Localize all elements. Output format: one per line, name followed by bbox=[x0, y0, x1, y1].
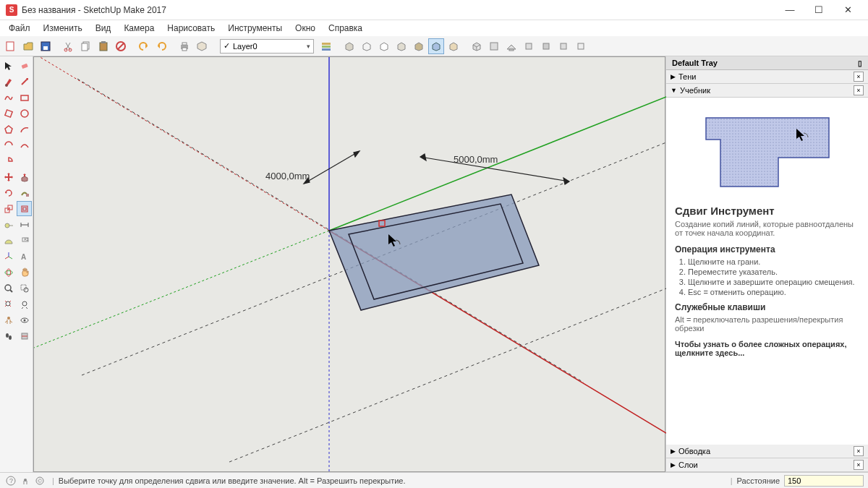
eraser-tool[interactable] bbox=[17, 58, 32, 73]
menu-file[interactable]: Файл bbox=[3, 22, 36, 35]
3dtext-tool[interactable]: A bbox=[17, 249, 32, 264]
geolocation-icon[interactable] bbox=[19, 474, 32, 487]
close-button[interactable]: ✕ bbox=[833, 1, 862, 20]
style-shaded-button[interactable] bbox=[341, 38, 357, 54]
style-wire-button[interactable] bbox=[359, 38, 375, 54]
help-icon[interactable]: ? bbox=[4, 474, 17, 487]
protractor-tool[interactable] bbox=[1, 233, 16, 248]
menu-edit[interactable]: Изменить bbox=[38, 22, 88, 35]
rotate-tool[interactable] bbox=[1, 185, 16, 200]
undo-button[interactable] bbox=[136, 38, 152, 54]
paint-tool[interactable] bbox=[1, 74, 16, 89]
scale-tool[interactable] bbox=[1, 201, 16, 216]
freehand-tool[interactable] bbox=[1, 90, 16, 105]
panel-close-button[interactable]: × bbox=[854, 460, 864, 470]
arc-tool[interactable] bbox=[17, 121, 32, 137]
axes-tool[interactable] bbox=[1, 249, 16, 264]
svg-line-43 bbox=[9, 257, 12, 259]
chevron-down-icon: ▼ bbox=[671, 87, 677, 94]
menu-camera[interactable]: Камера bbox=[118, 22, 160, 35]
move-tool[interactable] bbox=[1, 169, 16, 184]
svg-point-46 bbox=[5, 270, 12, 274]
menu-window[interactable]: Окно bbox=[289, 22, 321, 35]
panel-shadows[interactable]: ▶ Тени × bbox=[666, 70, 868, 84]
tray-header[interactable]: Default Tray ▯ bbox=[666, 56, 868, 70]
menu-help[interactable]: Справка bbox=[323, 22, 368, 35]
panel-close-button[interactable]: × bbox=[854, 446, 864, 456]
distance-input[interactable] bbox=[784, 475, 864, 487]
canvas-viewport[interactable]: 4000,0mm 5000,0mm bbox=[33, 56, 665, 472]
dimension-tool[interactable] bbox=[17, 217, 32, 232]
view-front-button[interactable] bbox=[503, 38, 519, 54]
section-tool[interactable] bbox=[17, 328, 32, 343]
cut-button[interactable] bbox=[61, 38, 77, 54]
style-hidden-button[interactable] bbox=[376, 38, 392, 54]
panel-outline[interactable]: ▶ Обводка × bbox=[666, 445, 868, 458]
print-button[interactable] bbox=[176, 38, 192, 54]
rotated-rect-tool[interactable] bbox=[1, 106, 16, 121]
pie-tool[interactable] bbox=[1, 153, 16, 168]
svg-rect-23 bbox=[561, 43, 566, 49]
zoom-tool[interactable] bbox=[1, 281, 16, 296]
panel-close-button[interactable]: × bbox=[854, 72, 864, 82]
arc3-tool[interactable] bbox=[17, 137, 32, 153]
model-info-button[interactable] bbox=[194, 38, 210, 54]
select-tool[interactable] bbox=[1, 58, 16, 73]
walk-tool[interactable] bbox=[1, 328, 16, 343]
svg-point-57 bbox=[6, 333, 9, 338]
svg-line-66 bbox=[34, 57, 329, 231]
svg-rect-21 bbox=[526, 43, 532, 49]
delete-button[interactable] bbox=[113, 38, 129, 54]
followme-tool[interactable] bbox=[17, 185, 32, 200]
layer-select[interactable]: ✓ Layer0 ▾ bbox=[220, 39, 314, 53]
menu-view[interactable]: Вид bbox=[90, 22, 117, 35]
maximize-button[interactable]: ☐ bbox=[804, 1, 833, 20]
menu-tools[interactable]: Инструменты bbox=[222, 22, 288, 35]
style-backedges-button[interactable] bbox=[446, 38, 461, 54]
view-iso-button[interactable] bbox=[469, 38, 485, 54]
pushpull-tool[interactable] bbox=[17, 169, 32, 184]
paste-button[interactable] bbox=[95, 38, 111, 54]
position-camera-tool[interactable] bbox=[1, 312, 16, 328]
view-back-button[interactable] bbox=[538, 38, 554, 54]
pan-tool[interactable] bbox=[17, 265, 32, 280]
view-right-button[interactable] bbox=[521, 38, 537, 54]
credits-icon[interactable]: © bbox=[33, 474, 46, 487]
view-bottom-button[interactable] bbox=[573, 38, 589, 54]
instructor-op-title: Операция инструмента bbox=[675, 244, 859, 254]
save-button[interactable] bbox=[38, 38, 54, 54]
tape-tool[interactable] bbox=[1, 217, 16, 232]
layer-manager-button[interactable] bbox=[318, 38, 334, 54]
view-left-button[interactable] bbox=[556, 38, 571, 54]
minimize-button[interactable]: — bbox=[775, 1, 804, 20]
chevron-right-icon: ▶ bbox=[671, 448, 676, 455]
redo-button[interactable] bbox=[153, 38, 169, 54]
zoom-window-tool[interactable] bbox=[17, 281, 32, 296]
orbit-tool[interactable] bbox=[1, 265, 16, 280]
previous-view-tool[interactable] bbox=[17, 296, 32, 312]
open-button[interactable] bbox=[20, 38, 36, 54]
zoom-extents-tool[interactable] bbox=[1, 296, 16, 312]
panel-close-button[interactable]: × bbox=[854, 85, 864, 95]
polygon-tool[interactable] bbox=[1, 121, 16, 137]
circle-tool[interactable] bbox=[17, 106, 32, 121]
menu-draw[interactable]: Нарисовать bbox=[161, 22, 221, 35]
text-tool[interactable]: A1 bbox=[17, 233, 32, 248]
new-button[interactable] bbox=[3, 38, 19, 54]
line-tool[interactable] bbox=[17, 74, 32, 89]
pin-icon[interactable]: ▯ bbox=[858, 59, 862, 67]
svg-point-48 bbox=[5, 285, 11, 291]
svg-point-47 bbox=[7, 269, 10, 276]
instructor-more-link[interactable]: Чтобы узнать о более сложных операциях, … bbox=[675, 340, 859, 357]
rectangle-tool[interactable] bbox=[17, 90, 32, 105]
copy-button[interactable] bbox=[78, 38, 94, 54]
view-top-button[interactable] bbox=[486, 38, 502, 54]
panel-layers[interactable]: ▶ Слои × bbox=[666, 458, 868, 472]
offset-tool[interactable] bbox=[17, 201, 32, 216]
panel-instructor[interactable]: ▼ Учебник × bbox=[666, 84, 868, 98]
style-monochrome-button[interactable] bbox=[393, 38, 409, 54]
style-xray-button[interactable] bbox=[428, 38, 444, 54]
style-texture-button[interactable] bbox=[411, 38, 427, 54]
arc2-tool[interactable] bbox=[1, 137, 16, 153]
look-around-tool[interactable] bbox=[17, 312, 32, 328]
